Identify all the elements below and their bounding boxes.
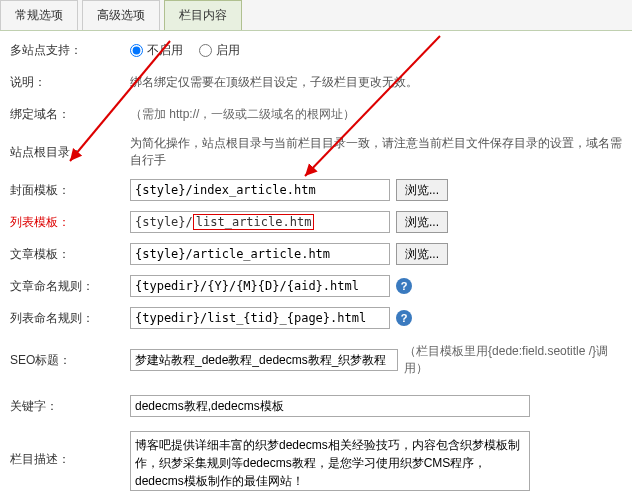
- label-root: 站点根目录：: [10, 144, 130, 161]
- browse-list-button[interactable]: 浏览...: [396, 211, 448, 233]
- browse-article-button[interactable]: 浏览...: [396, 243, 448, 265]
- browse-cover-button[interactable]: 浏览...: [396, 179, 448, 201]
- cover-tpl-input[interactable]: [130, 179, 390, 201]
- label-article-tpl: 文章模板：: [10, 246, 130, 263]
- descr-textarea[interactable]: [130, 431, 530, 491]
- tab-content[interactable]: 栏目内容: [164, 0, 242, 30]
- label-multisite: 多站点支持：: [10, 42, 130, 59]
- help-icon[interactable]: ?: [396, 310, 412, 326]
- tab-advanced[interactable]: 高级选项: [82, 0, 160, 30]
- desc-text: 绑名绑定仅需要在顶级栏目设定，子级栏目更改无效。: [130, 74, 622, 91]
- label-domain: 绑定域名：: [10, 106, 130, 123]
- label-artrule: 文章命名规则：: [10, 278, 130, 295]
- radio-multisite-off[interactable]: 不启用: [130, 42, 183, 59]
- label-seo: SEO标题：: [10, 352, 130, 369]
- label-desc: 说明：: [10, 74, 130, 91]
- listrule-input[interactable]: [130, 307, 390, 329]
- list-tpl-file: list_article.htm: [193, 214, 315, 230]
- label-list-tpl: 列表模板：: [10, 214, 130, 231]
- help-icon[interactable]: ?: [396, 278, 412, 294]
- tab-general[interactable]: 常规选项: [0, 0, 78, 30]
- radio-multisite-on[interactable]: 启用: [199, 42, 240, 59]
- list-tpl-prefix: {style}/: [135, 215, 193, 229]
- article-tpl-input[interactable]: [130, 243, 390, 265]
- seo-hint: （栏目模板里用{dede:field.seotitle /}调用）: [404, 343, 622, 377]
- label-keywords: 关键字：: [10, 398, 130, 415]
- label-listrule: 列表命名规则：: [10, 310, 130, 327]
- seo-input[interactable]: [130, 349, 398, 371]
- domain-hint: （需加 http://，一级或二级域名的根网址）: [130, 106, 622, 123]
- keywords-input[interactable]: [130, 395, 530, 417]
- root-text: 为简化操作，站点根目录与当前栏目目录一致，请注意当前栏目文件保存目录的设置，域名…: [130, 135, 622, 169]
- label-descr: 栏目描述：: [10, 431, 130, 468]
- label-cover-tpl: 封面模板：: [10, 182, 130, 199]
- artrule-input[interactable]: [130, 275, 390, 297]
